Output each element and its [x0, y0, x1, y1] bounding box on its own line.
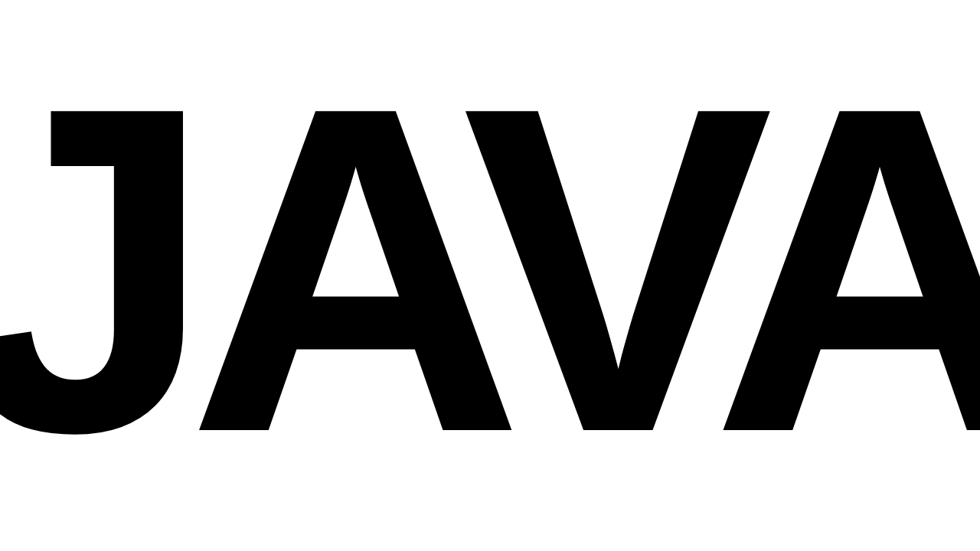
java-wordmark-stage: void co tFile(final yntaxNod n) thro Cod… [0, 0, 980, 551]
kw-void: void [138, 94, 181, 116]
code-background: void co tFile(final yntaxNod n) thro Cod… [138, 90, 770, 421]
